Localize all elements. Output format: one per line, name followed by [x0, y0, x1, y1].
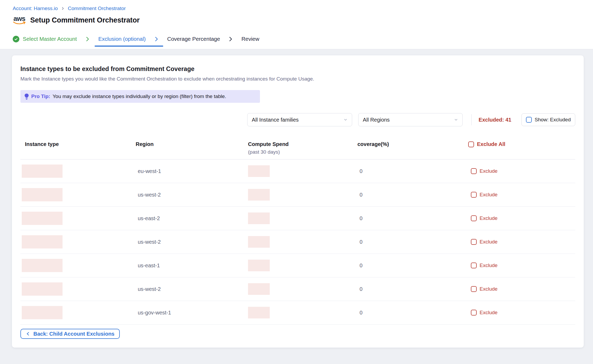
exclude-label: Exclude: [480, 263, 498, 268]
aws-logo-text: aws: [14, 15, 25, 22]
step-label: Exclusion (optional): [98, 36, 146, 42]
breadcrumb-account-link[interactable]: Account: Harness.io: [13, 6, 58, 11]
table-row: us-gov-west-1 0 Exclude: [20, 301, 575, 325]
redacted-compute-spend: [248, 212, 270, 224]
exclude-checkbox[interactable]: [471, 168, 477, 174]
redacted-instance-type: [22, 306, 63, 319]
show-excluded-toggle[interactable]: Show: Excluded: [521, 113, 575, 126]
region-cell: us-gov-west-1: [138, 310, 171, 316]
chevron-left-icon: [26, 331, 30, 336]
coverage-cell: 0: [360, 310, 362, 316]
exclude-label: Exclude: [480, 168, 498, 174]
chevron-right-icon: [228, 36, 233, 42]
aws-logo: aws: [13, 15, 26, 25]
header-coverage: coverage(%): [357, 141, 468, 147]
show-excluded-label: Show: Excluded: [535, 117, 571, 123]
aws-smile-icon: [13, 21, 26, 25]
coverage-cell: 0: [360, 192, 362, 198]
exclude-label: Exclude: [480, 310, 498, 316]
redacted-instance-type: [22, 259, 63, 272]
exclude-label: Exclude: [480, 286, 498, 292]
chevron-down-icon: [454, 118, 458, 122]
exclude-label: Exclude: [480, 215, 498, 221]
title-row: aws Setup Commitment Orchestrator: [13, 14, 593, 26]
redacted-compute-spend: [248, 283, 270, 295]
exclude-all-label: Exclude All: [477, 141, 505, 147]
region-cell: us-east-2: [138, 215, 160, 221]
page-title: Setup Commitment Orchestrator: [30, 16, 140, 24]
step-label: Coverage Percentage: [167, 36, 220, 42]
coverage-cell: 0: [360, 168, 362, 174]
header-compute-spend: Compute Spend (past 30 days): [245, 141, 357, 155]
check-circle-icon: [13, 36, 19, 42]
lightbulb-icon: [24, 93, 29, 100]
region-cell: us-west-2: [138, 286, 161, 292]
header-instance-type: Instance type: [20, 141, 136, 147]
coverage-cell: 0: [360, 263, 362, 268]
exclude-checkbox[interactable]: [471, 286, 477, 292]
table-row: us-west-2 0 Exclude: [20, 277, 575, 301]
pro-tip-banner: Pro Tip: You may exclude instance types …: [20, 90, 260, 103]
region-cell: us-east-1: [138, 263, 160, 268]
table-row: us-west-2 0 Exclude: [20, 183, 575, 207]
regions-value: All Regions: [363, 117, 390, 123]
header-compute-spend-sub: (past 30 days): [248, 149, 357, 155]
coverage-cell: 0: [360, 286, 362, 292]
exclude-checkbox[interactable]: [471, 215, 477, 221]
redacted-instance-type: [22, 282, 63, 296]
exclude-label: Exclude: [480, 239, 498, 245]
chevron-right-icon: [154, 36, 159, 42]
redacted-compute-spend: [248, 307, 270, 318]
header-region: Region: [136, 141, 245, 147]
filters-row: All Instance families All Regions Exclud…: [20, 113, 575, 126]
exclude-checkbox[interactable]: [471, 263, 477, 268]
table-row: us-east-2 0 Exclude: [20, 207, 575, 230]
card-heading: Instance types to be excluded from Commi…: [20, 65, 575, 73]
card-subheading: Mark the Instance types you would like t…: [20, 76, 575, 82]
regions-select[interactable]: All Regions: [358, 113, 463, 126]
vertical-divider: [471, 114, 472, 125]
step-label: Review: [241, 36, 259, 42]
region-cell: eu-west-1: [138, 168, 161, 174]
redacted-instance-type: [22, 165, 63, 178]
exclude-checkbox[interactable]: [471, 192, 477, 198]
region-cell: us-west-2: [138, 192, 161, 198]
exclude-label: Exclude: [480, 192, 498, 198]
redacted-compute-spend: [248, 165, 270, 177]
redacted-compute-spend: [248, 236, 270, 248]
pro-tip-label: Pro Tip:: [31, 94, 50, 99]
exclude-all-checkbox[interactable]: [468, 141, 474, 147]
instance-families-value: All Instance families: [252, 117, 299, 123]
chevron-right-icon: [61, 7, 65, 10]
redacted-instance-type: [22, 235, 63, 248]
show-excluded-checkbox[interactable]: [526, 117, 532, 123]
chevron-right-icon: [85, 36, 90, 42]
exclude-checkbox[interactable]: [471, 310, 477, 316]
back-button[interactable]: Back: Child Account Exclusions: [20, 329, 120, 339]
table-row: eu-west-1 0 Exclude: [20, 159, 575, 183]
exclude-checkbox[interactable]: [471, 239, 477, 245]
step-select-master-account[interactable]: Select Master Account: [13, 36, 77, 42]
exclusion-table: Instance type Region Compute Spend (past…: [20, 140, 575, 325]
table-row: us-east-1 0 Exclude: [20, 254, 575, 277]
exclusion-card: Instance types to be excluded from Commi…: [12, 55, 584, 348]
table-header-row: Instance type Region Compute Spend (past…: [20, 140, 575, 159]
region-cell: us-west-2: [138, 239, 161, 245]
header-exclude-all: Exclude All: [468, 141, 575, 147]
header-compute-spend-title: Compute Spend: [248, 141, 289, 147]
top-bar: Account: Harness.io Commitment Orchestra…: [0, 0, 593, 49]
redacted-instance-type: [22, 188, 63, 201]
coverage-cell: 0: [360, 239, 362, 245]
stepper: Select Master Account Exclusion (optiona…: [13, 31, 593, 47]
page-content: Instance types to be excluded from Commi…: [0, 49, 593, 348]
chevron-down-icon: [343, 118, 348, 122]
pro-tip-text: You may exclude instance types individua…: [52, 94, 226, 99]
breadcrumb: Account: Harness.io Commitment Orchestra…: [13, 5, 593, 12]
excluded-count: Excluded: 41: [479, 117, 511, 123]
step-label: Select Master Account: [23, 36, 77, 42]
instance-families-select[interactable]: All Instance families: [247, 113, 352, 126]
breadcrumb-page-link[interactable]: Commitment Orchestrator: [68, 6, 126, 11]
step-exclusion[interactable]: Exclusion (optional): [98, 36, 146, 42]
step-review[interactable]: Review: [241, 36, 259, 42]
step-coverage-percentage[interactable]: Coverage Percentage: [167, 36, 220, 42]
